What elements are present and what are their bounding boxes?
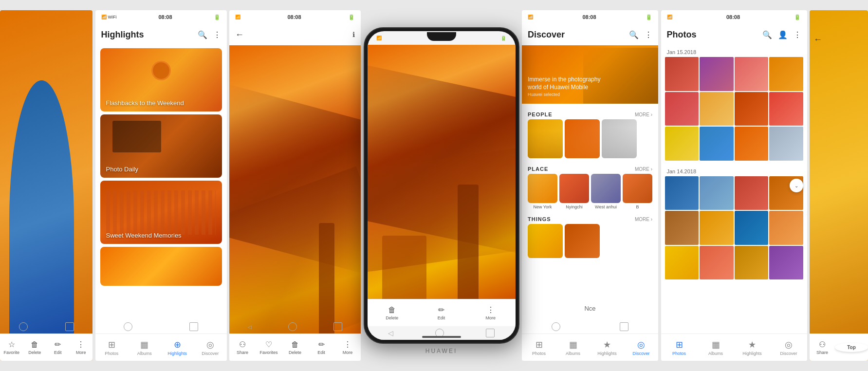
nav-discover[interactable]: ◎ Discover (194, 339, 227, 356)
screen2-search-icon[interactable]: 🔍 (198, 30, 207, 39)
center-action-delete[interactable]: 🗑 Delete (368, 306, 417, 320)
photo-cell-7[interactable] (735, 92, 769, 126)
photo-cell-24[interactable] (769, 246, 803, 280)
screen5-more-icon[interactable]: ⋮ (794, 30, 801, 39)
action-favorite[interactable]: ☆ Favorite (0, 340, 23, 355)
screen6-share[interactable]: ⚇ Share (810, 340, 835, 355)
home-gesture[interactable] (19, 322, 28, 331)
scroll-fab[interactable]: ⌄ (790, 179, 803, 192)
photo-cell-18[interactable] (700, 211, 734, 245)
screen5-search-icon[interactable]: 🔍 (762, 30, 772, 39)
place-name-b: B (623, 204, 652, 209)
highlight-card-4[interactable] (100, 247, 222, 286)
nav-photos[interactable]: ⊞ Photos (95, 339, 129, 356)
screen6-back[interactable]: ← (813, 35, 822, 45)
action-delete2[interactable]: 🗑 Delete (282, 340, 308, 355)
center-action-edit[interactable]: ✏ Edit (417, 305, 466, 320)
action-favorites[interactable]: ♡ Favorites (256, 340, 282, 355)
photo-cell-19[interactable] (735, 211, 769, 245)
s3-recents-btn[interactable] (333, 322, 342, 331)
photo-cell-9[interactable] (665, 127, 699, 161)
photo-cell-5[interactable] (665, 92, 699, 126)
s3-home-btn[interactable] (288, 322, 297, 331)
photo-cell-11[interactable] (735, 127, 769, 161)
person-thumb-2[interactable] (565, 119, 600, 158)
thing-thumb-1[interactable] (528, 224, 563, 258)
place-item-nyingchi[interactable]: Nyingchi (559, 174, 589, 209)
place-item-westanhui[interactable]: West anhui (591, 174, 621, 209)
photo-cell-17[interactable] (665, 211, 699, 245)
screen5-nav-highlights[interactable]: ★ Highlights (734, 339, 771, 356)
photo-cell-2[interactable] (700, 57, 734, 91)
screen2-more-icon[interactable]: ⋮ (213, 30, 221, 39)
s4-home-btn[interactable] (552, 322, 560, 331)
center-back-btn[interactable]: ◁ (388, 329, 393, 337)
screen3-back-icon[interactable]: ← (235, 30, 244, 40)
share-icon: ⚇ (239, 340, 246, 349)
photo-cell-8[interactable] (769, 92, 803, 126)
recents-gesture[interactable] (65, 322, 74, 331)
s4-recents-btn[interactable] (620, 322, 628, 331)
action-edit[interactable]: ✏ Edit (46, 340, 70, 355)
screen4-nav-discover[interactable]: ◎ Discover (624, 339, 658, 356)
photo-cell-12[interactable] (769, 127, 803, 161)
photo-cell-4[interactable] (769, 57, 803, 91)
action-more[interactable]: ⋮ More (70, 340, 93, 355)
photo-cell-15[interactable] (735, 176, 769, 210)
screen5-nav-discover[interactable]: ◎ Discover (771, 339, 807, 356)
person-thumb-1[interactable] (528, 119, 563, 158)
nav-highlights[interactable]: ⊕ Highlights (161, 339, 194, 356)
photo-cell-13[interactable] (665, 176, 699, 210)
center-more-label: More (486, 315, 496, 320)
center-recents-btn[interactable] (486, 329, 495, 337)
screen4-search-icon[interactable]: 🔍 (629, 30, 639, 39)
place-item-b[interactable]: B (623, 174, 652, 209)
screen5-nav-photos-icon: ⊞ (676, 339, 683, 350)
place-more-link[interactable]: MORE › (635, 167, 652, 172)
person-thumb-3[interactable] (602, 119, 637, 158)
screen4-nav-highlights-label: Highlights (597, 351, 617, 356)
screen4-nav-albums[interactable]: ▦ Albums (556, 339, 590, 356)
screen-1: ☆ Favorite 🗑 Delete ✏ Edit ⋮ More (0, 10, 92, 361)
screen2-nav-gesture (95, 320, 227, 334)
screen5-nav-photos[interactable]: ⊞ Photos (661, 339, 698, 356)
highlight-card-flashbacks[interactable]: Flashbacks to the Weekend (100, 48, 222, 111)
s3-back-tri[interactable]: ◁ (248, 324, 252, 330)
action-delete[interactable]: 🗑 Delete (23, 340, 47, 355)
photo-cell-20[interactable] (769, 211, 803, 245)
thing-thumb-2[interactable] (565, 224, 600, 258)
s2-recents-btn[interactable] (189, 322, 198, 331)
things-more-link[interactable]: MORE › (635, 217, 652, 222)
photo-cell-14[interactable] (700, 176, 734, 210)
photo-cell-22[interactable] (700, 246, 734, 280)
photo-cell-1[interactable] (665, 57, 699, 91)
phone-home-indicator (422, 336, 461, 338)
nav-albums[interactable]: ▦ Albums (128, 339, 161, 356)
s2-home-btn[interactable] (124, 322, 132, 331)
center-action-more[interactable]: ⋮ More (466, 305, 515, 320)
photo-cell-21[interactable] (665, 246, 699, 280)
screen3-info-icon[interactable]: ℹ (352, 31, 355, 38)
action-share[interactable]: ⚇ Share (229, 340, 256, 355)
photo-cell-10[interactable] (700, 127, 734, 161)
screen4-nav-highlights[interactable]: ★ Highlights (590, 339, 624, 356)
signal-icon: 📶 (101, 15, 107, 19)
screen5-nav-albums-label: Albums (708, 351, 723, 356)
highlight-card-photodaily[interactable]: Photo Daily (100, 114, 222, 178)
screen4-more-icon[interactable]: ⋮ (645, 30, 652, 39)
photo-cell-23[interactable] (735, 246, 769, 280)
screen5-title: Photos (667, 30, 697, 40)
screen4-nav-photos[interactable]: ⊞ Photos (522, 339, 556, 356)
action-more2[interactable]: ⋮ More (334, 340, 361, 355)
screen4-signal: 📶 (528, 15, 533, 19)
screen5-person-icon[interactable]: 👤 (778, 30, 788, 39)
highlight-card-sweetweekend[interactable]: Sweet Weekend Memories (100, 181, 222, 244)
people-more-link[interactable]: MORE › (635, 112, 652, 117)
screen5-nav-albums[interactable]: ▦ Albums (698, 339, 734, 356)
screen1-nav-gesture (0, 320, 92, 334)
screen6-top[interactable]: Top (835, 343, 868, 352)
photo-cell-3[interactable] (735, 57, 769, 91)
action-edit2[interactable]: ✏ Edit (308, 340, 334, 355)
photo-cell-6[interactable] (700, 92, 734, 126)
place-item-newyork[interactable]: New York (528, 174, 557, 209)
